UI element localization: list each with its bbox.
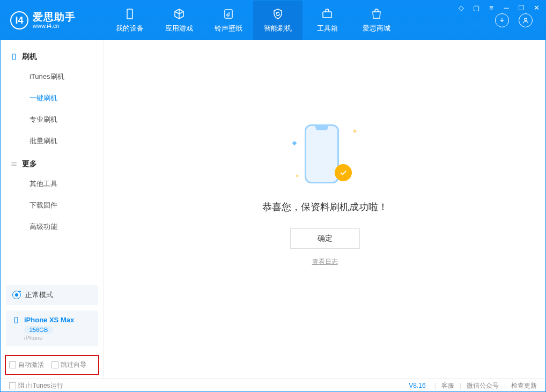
menu-icon[interactable]: ≡ bbox=[488, 4, 495, 11]
checkbox-auto-activate[interactable]: 自动激活 bbox=[9, 360, 44, 369]
tab-label: 工具箱 bbox=[317, 24, 338, 33]
sidebar-item-firmware[interactable]: 下载固件 bbox=[1, 195, 104, 216]
toolbox-icon bbox=[321, 8, 334, 20]
svg-point-3 bbox=[525, 18, 527, 21]
mode-label: 正常模式 bbox=[25, 290, 53, 300]
device-storage: 256GB bbox=[24, 326, 53, 334]
mode-icon bbox=[12, 291, 21, 299]
options-highlight: 自动激活 跳过向导 bbox=[5, 355, 99, 375]
phone-small-icon bbox=[12, 316, 20, 324]
device-name: iPhone XS Max bbox=[24, 316, 74, 324]
footer: 阻止iTunes运行 V8.16 | 客服 | 微信公众号 | 检查更新 bbox=[1, 378, 545, 392]
sidebar-section-more: 更多 bbox=[1, 152, 104, 173]
tab-label: 铃声壁纸 bbox=[215, 24, 242, 33]
checkbox-block-itunes[interactable]: 阻止iTunes运行 bbox=[9, 381, 63, 390]
body: 刷机 iTunes刷机 一键刷机 专业刷机 批量刷机 更多 其他工具 下载固件 … bbox=[1, 40, 545, 378]
svg-rect-0 bbox=[127, 9, 132, 19]
app-subtitle: www.i4.cn bbox=[33, 23, 76, 29]
checkmark-icon bbox=[335, 164, 352, 181]
footer-update[interactable]: 检查更新 bbox=[511, 381, 537, 390]
device-icon bbox=[10, 53, 18, 61]
sidebar-item-itunes[interactable]: iTunes刷机 bbox=[1, 66, 104, 87]
svg-rect-4 bbox=[12, 54, 16, 60]
device-type: iPhone bbox=[24, 335, 92, 341]
feedback-icon[interactable]: ▢ bbox=[473, 4, 480, 11]
logo-icon: i4 bbox=[10, 11, 28, 29]
app-title: 爱思助手 bbox=[33, 12, 76, 23]
download-button[interactable] bbox=[495, 13, 509, 27]
sidebar-item-oneclick[interactable]: 一键刷机 bbox=[1, 87, 104, 109]
tab-label: 智能刷机 bbox=[264, 24, 292, 33]
tab-smart-flash[interactable]: 智能刷机 bbox=[253, 1, 302, 40]
header-right bbox=[495, 13, 545, 27]
user-button[interactable] bbox=[519, 13, 533, 27]
phone-icon bbox=[123, 8, 136, 20]
device-box[interactable]: iPhone XS Max 256GB iPhone bbox=[6, 310, 98, 346]
top-tabs: 我的设备 应用游戏 铃声壁纸 智能刷机 工具箱 爱思商城 bbox=[105, 1, 401, 40]
sidebar-item-advanced[interactable]: 高级功能 bbox=[1, 216, 104, 238]
cube-icon bbox=[173, 8, 186, 20]
mode-box[interactable]: 正常模式 bbox=[6, 285, 98, 305]
tab-store[interactable]: 爱思商城 bbox=[352, 1, 401, 40]
bag-icon bbox=[370, 8, 383, 20]
ok-button[interactable]: 确定 bbox=[290, 228, 360, 249]
skin-icon[interactable]: ◇ bbox=[458, 4, 465, 11]
section-label: 更多 bbox=[22, 159, 37, 169]
sidebar-item-pro[interactable]: 专业刷机 bbox=[1, 109, 104, 130]
tab-label: 应用游戏 bbox=[165, 24, 193, 33]
sidebar: 刷机 iTunes刷机 一键刷机 专业刷机 批量刷机 更多 其他工具 下载固件 … bbox=[1, 40, 104, 378]
logo: i4 爱思助手 www.i4.cn bbox=[1, 11, 105, 29]
maximize-icon[interactable]: ☐ bbox=[518, 4, 525, 11]
app-header: i4 爱思助手 www.i4.cn 我的设备 应用游戏 铃声壁纸 智能刷机 工具… bbox=[1, 1, 545, 40]
music-icon bbox=[222, 8, 235, 20]
view-log-link[interactable]: 查看日志 bbox=[312, 257, 338, 267]
tab-toolbox[interactable]: 工具箱 bbox=[302, 1, 352, 40]
checkbox-skip-guide[interactable]: 跳过向导 bbox=[51, 360, 86, 369]
svg-rect-2 bbox=[323, 12, 331, 18]
close-icon[interactable]: ✕ bbox=[533, 4, 540, 11]
sidebar-section-flash: 刷机 bbox=[1, 45, 104, 66]
version-label: V8.16 bbox=[409, 382, 425, 389]
svg-rect-1 bbox=[225, 10, 232, 18]
refresh-shield-icon bbox=[271, 8, 284, 20]
success-message: 恭喜您，保资料刷机成功啦！ bbox=[262, 201, 388, 213]
tab-label: 我的设备 bbox=[116, 24, 144, 33]
footer-service[interactable]: 客服 bbox=[441, 381, 454, 390]
tab-label: 爱思商城 bbox=[363, 24, 390, 33]
sidebar-item-other[interactable]: 其他工具 bbox=[1, 173, 104, 195]
footer-wechat[interactable]: 微信公众号 bbox=[467, 381, 499, 390]
success-illustration bbox=[293, 120, 357, 190]
tab-ringtones[interactable]: 铃声壁纸 bbox=[204, 1, 253, 40]
tab-my-device[interactable]: 我的设备 bbox=[105, 1, 154, 40]
window-controls: ◇ ▢ ≡ ─ ☐ ✕ bbox=[458, 4, 540, 11]
svg-rect-5 bbox=[14, 317, 18, 323]
main-content: 恭喜您，保资料刷机成功啦！ 确定 查看日志 bbox=[104, 40, 545, 378]
minimize-icon[interactable]: ─ bbox=[503, 4, 510, 11]
sidebar-item-batch[interactable]: 批量刷机 bbox=[1, 130, 104, 152]
section-label: 刷机 bbox=[22, 52, 37, 62]
tab-apps[interactable]: 应用游戏 bbox=[154, 1, 204, 40]
list-icon bbox=[10, 160, 18, 168]
